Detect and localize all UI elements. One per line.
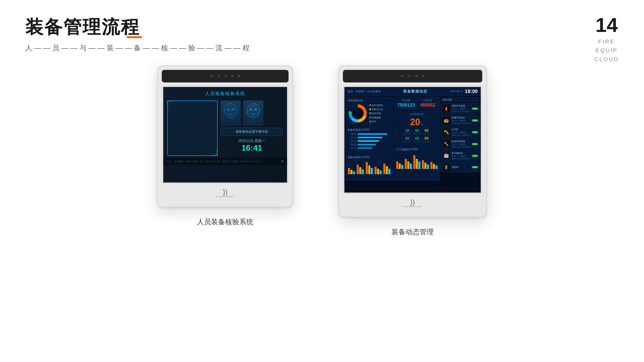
total-stats-panel: 台账总量 7505123 告警总量 455552 [394,97,440,110]
speaker-dot [218,196,219,197]
equip-header-right: 2020-08-27 18:00 [450,88,478,94]
face-id-rect [167,101,218,156]
face-date: 05月11日 星期一 [221,139,283,143]
camera-dot-4 [237,75,240,77]
camera-dot-r3 [422,75,424,77]
today-alert-panel: 当日告警次数 20 次 10 核验次数 [394,111,440,145]
speaker-dot [225,196,226,197]
donut-chart [348,103,368,123]
speaker-dot [404,206,405,207]
nfc-icon-left: )) [223,188,228,196]
speaker-dot [221,196,222,197]
equip-usage-panel: 装备使用排行TOP5 [345,154,393,180]
device-left-label: 人员装备核验系统 [197,217,253,227]
tablet-screen-left: 人员装备核验系统 [162,85,289,184]
speaker-dot [417,206,418,207]
nfc-icon-right: )) [410,198,415,206]
equip-col-left: 库存装备分类 [345,97,393,180]
svg-point-14 [255,109,257,110]
face-datetime: 05月11日 星期一 16:41 [221,139,283,153]
equip-header: 返回 装备室：xxxx装备室 装备数据动态 2020-08-27 18:00 [344,87,481,96]
person-bar-chart [396,152,437,170]
bar-row-5: 大平斧 [348,147,391,150]
speaker-dot [231,196,232,197]
settings-icon[interactable]: ⚙ [281,159,284,163]
usage-bar-chart [348,160,391,175]
page-header: 装备管理流程 人——员——与——装——备——核——验——流——程 [25,15,252,53]
svg-point-5 [232,109,234,110]
face-avatar-2 [243,101,263,126]
face-right-panel: 请将身份证置于刷卡区 05月11日 星期一 16:41 [221,101,283,156]
equip-date: 2020-08-27 [450,90,463,93]
equip-rank-panel: 装备价值排行TOP5 消防栓 无人机 [345,126,393,153]
speaker-area-left [162,196,289,199]
donut-legend: 室内消防栓 智能无人机 强光手电 防爆摄像 护手 [369,103,383,124]
page-subtitle: 人——员——与——装——备——核——验——流——程 [25,43,252,53]
equip-nav: 返回 装备室：xxxx装备室 [347,89,381,93]
activity-info-3: 大平斧 交付人：孙明亮 2020-10-17 09:20:57 [452,128,470,136]
speaker-dot [408,206,409,207]
activity-img-3: 🪓 [442,128,450,136]
nav-back[interactable]: 返回 [347,89,353,93]
speaker-dot [222,196,223,197]
activity-info-2: 防爆手持电台 交付人：孙明亮 2020-10-17 09:20:57 [452,116,470,124]
svg-point-13 [250,109,252,110]
usage-bar-group [366,162,373,174]
svg-line-7 [228,118,231,123]
activity-item-3: 🪓 大平斧 交付人：孙明亮 2020-10-17 09:20:57 完好 [441,127,480,138]
activity-status-2: 完好 [472,119,478,121]
device-left: 人员装备核验系统 [157,65,293,227]
usage-bar-group [383,162,391,174]
activity-status-5: 完好 [472,155,478,157]
tablet-top-bar-right [343,70,482,82]
alert-count: 告警总量 455552 [418,99,437,108]
camera-dot-r1 [401,75,404,77]
speaker-dot [233,196,234,197]
speaker-dot [410,206,411,207]
face-avatar-1 [221,101,241,126]
activity-img-1: 🧯 [442,105,450,112]
nav-room: 装备室：xxxx装备室 [356,89,381,93]
title-underline [127,36,142,38]
camera-dot-3 [231,75,233,77]
devices-container: 人员装备核验系统 [0,65,644,237]
face-footer: v1.0.1 设备编号：zd91119248 IP：192.168.31.103… [163,158,287,165]
activity-info-4: 机动消防架组 交付人：孙明亮 2020-10-17 09:20:57 [452,140,470,148]
svg-line-8 [231,118,233,123]
equip-col-mid: 台账总量 7505123 告警总量 455552 [394,97,440,180]
usage-bar-group [356,162,364,174]
activity-img-4: 🔧 [442,140,450,148]
today-alert-value: 20 [410,117,420,127]
page-title: 装备管理流程 [25,15,140,39]
speaker-dot [219,196,220,197]
inventory-title: 库存装备分类 [348,99,391,102]
face-screen-content: 人员装备核验系统 [163,87,287,183]
speaker-dot [419,206,420,207]
svg-point-4 [227,109,229,110]
equip-rank-title: 装备价值排行TOP5 [348,128,391,132]
face-screen-body: 请将身份证置于刷卡区 05月11日 星期一 16:41 [163,99,287,158]
camera-dot-main [217,74,220,78]
camera-dot-rmain [408,74,411,78]
face-id-prompt: 请将身份证置于刷卡区 [221,128,283,136]
speaker-dot [413,206,414,207]
equip-usage-title: 装备使用排行TOP5 [348,156,391,159]
total-count: 台账总量 7505123 [396,99,416,108]
activity-img-5: 🏥 [442,152,450,160]
activity-img-6: 🪢 [442,163,450,171]
tablet-bottom-right: )) [343,194,482,206]
speaker-dot [407,206,408,207]
device-right: 返回 装备室：xxxx装备室 装备数据动态 2020-08-27 18:00 [338,65,487,237]
activity-item-2: 📻 防爆手持电台 交付人：孙明亮 2020-10-17 09:20:57 完好 [441,115,480,126]
camera-dot-r2 [415,75,418,77]
bar-row-3: 手持台 [348,140,391,143]
bar-row-2: 无人机 [348,136,391,139]
today-alert-unit: 次 [421,123,424,126]
activity-item-1: 🧯 消防软管卷盘 交付人：孙明亮 2020-10-17 09:20:57 完好 [441,103,480,114]
svg-line-16 [253,118,256,123]
activity-item-4: 🔧 机动消防架组 交付人：孙明亮 2020-10-17 09:20:57 完好 [441,139,480,149]
activity-status-1: 完好 [472,108,478,110]
page-brand: FIRE EQUIP CLOUD [594,37,619,64]
speaker-dot [230,196,231,197]
usage-bar-group [374,162,382,174]
